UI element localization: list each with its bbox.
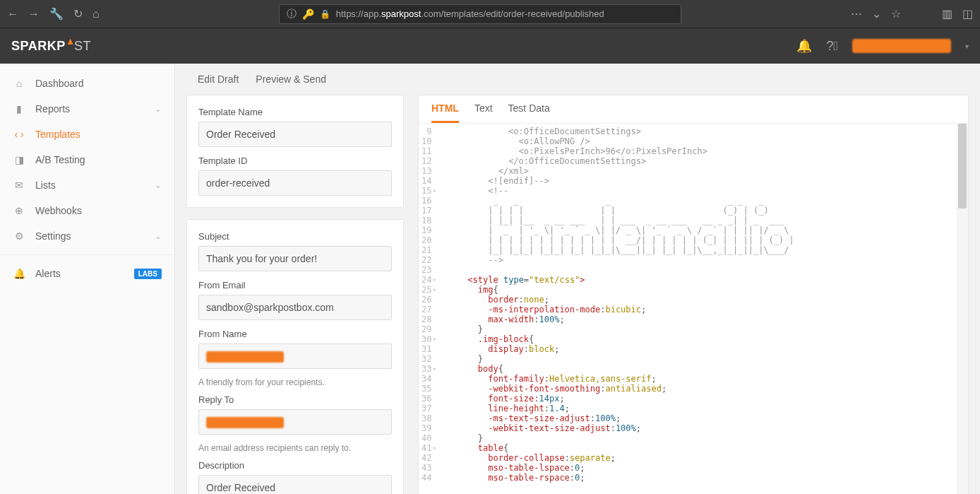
tab-preview-send[interactable]: Preview & Send bbox=[256, 73, 326, 85]
chevron-down-icon[interactable]: ▾ bbox=[965, 42, 969, 50]
sidebar-icon: ⌂ bbox=[13, 78, 25, 89]
template-meta-card: Template Name Order Received Template ID… bbox=[186, 95, 404, 208]
line-gutter: 9101112131415161718192021222324252627282… bbox=[419, 124, 441, 494]
sidebar-icon: ▮ bbox=[13, 103, 25, 114]
reload-icon[interactable]: ↻ bbox=[73, 7, 83, 20]
bell-icon[interactable]: 🔔 bbox=[796, 38, 812, 54]
sidebar: ⌂Dashboard▮Reports⌄‹ ›Templates◨A/B Test… bbox=[0, 64, 175, 494]
input-template-id[interactable]: order-received bbox=[198, 170, 392, 196]
label-description: Description bbox=[198, 460, 392, 471]
help-from-name: A friendly from for your recipients. bbox=[198, 377, 392, 387]
chevron-down-icon: ⌄ bbox=[155, 180, 162, 190]
url-text: https://app.sparkpost.com/templates/edit… bbox=[336, 8, 604, 19]
label-template-name: Template Name bbox=[198, 107, 392, 117]
lock-icon: 🔒 bbox=[320, 9, 330, 19]
sidebar-icon: ⚙ bbox=[13, 230, 25, 242]
bell-icon: 🔔 bbox=[13, 268, 25, 279]
input-template-name[interactable]: Order Received bbox=[198, 122, 392, 147]
form-column: Template Name Order Received Template ID… bbox=[186, 95, 404, 494]
sidebar-item-label: Settings bbox=[35, 230, 71, 242]
tab-edit-draft[interactable]: Edit Draft bbox=[198, 73, 239, 85]
code-content[interactable]: <o:OfficeDocumentSettings> <o:AllowPNG /… bbox=[441, 124, 957, 494]
sidebar-item-label: Templates bbox=[35, 129, 80, 140]
url-bar[interactable]: ⓘ 🔑 🔒 https://app.sparkpost.com/template… bbox=[279, 4, 681, 24]
sidebar-item-alerts[interactable]: 🔔 Alerts LABS bbox=[0, 261, 174, 286]
code-editor-card: HTML Text Test Data 91011121314151617181… bbox=[418, 95, 969, 494]
info-icon[interactable]: ⓘ bbox=[287, 8, 297, 20]
help-icon[interactable]: ?⃝ bbox=[826, 39, 838, 54]
code-tab-text[interactable]: Text bbox=[474, 102, 493, 123]
sidebar-icon: ✉ bbox=[13, 180, 25, 191]
label-reply-to: Reply To bbox=[198, 394, 392, 405]
code-tab-test-data[interactable]: Test Data bbox=[508, 102, 550, 123]
more-icon[interactable]: ⋯ bbox=[851, 7, 862, 20]
input-from-name[interactable] bbox=[198, 343, 392, 369]
input-description[interactable]: Order Received bbox=[198, 475, 392, 494]
input-reply-to[interactable] bbox=[198, 409, 392, 435]
logo[interactable]: SPARKP▲ST bbox=[11, 39, 91, 54]
sidebar-item-reports[interactable]: ▮Reports⌄ bbox=[0, 96, 174, 122]
browser-chrome: ← → 🔧 ↻ ⌂ ⓘ 🔑 🔒 https://app.sparkpost.co… bbox=[0, 0, 980, 28]
labs-badge: LABS bbox=[134, 269, 162, 279]
sidebar-icon: ‹ › bbox=[13, 129, 25, 140]
template-details-card: Subject Thank you for your order! From E… bbox=[186, 219, 404, 494]
wrench-icon[interactable]: 🔧 bbox=[49, 7, 64, 20]
sidebar-item-dashboard[interactable]: ⌂Dashboard bbox=[0, 71, 174, 96]
sidebar-item-label: Lists bbox=[35, 180, 56, 191]
browser-right: ⋯ ⌄ ☆ ▥ ◫ bbox=[851, 7, 973, 20]
library-icon[interactable]: ▥ bbox=[942, 7, 952, 20]
chevron-down-icon: ⌄ bbox=[155, 104, 162, 114]
app-header: SPARKP▲ST 🔔 ?⃝ ▾ bbox=[0, 28, 980, 64]
sidebar-item-templates[interactable]: ‹ ›Templates bbox=[0, 122, 174, 147]
page-tabs: Edit Draft Preview & Send bbox=[175, 64, 980, 95]
sidebar-item-label: Reports bbox=[35, 103, 70, 114]
code-editor[interactable]: 9101112131415161718192021222324252627282… bbox=[419, 124, 968, 494]
main-content: Edit Draft Preview & Send Template Name … bbox=[175, 64, 980, 494]
label-template-id: Template ID bbox=[198, 155, 392, 166]
scrollbar-thumb[interactable] bbox=[958, 124, 967, 208]
back-icon[interactable]: ← bbox=[7, 8, 18, 20]
sidebar-item-settings[interactable]: ⚙Settings⌄ bbox=[0, 223, 174, 249]
sidebar-item-label: Webhooks bbox=[35, 205, 82, 216]
sidebar-item-lists[interactable]: ✉Lists⌄ bbox=[0, 172, 174, 198]
pocket-icon[interactable]: ⌄ bbox=[872, 7, 881, 20]
browser-nav: ← → 🔧 ↻ ⌂ bbox=[7, 7, 100, 20]
forward-icon[interactable]: → bbox=[28, 8, 40, 20]
sidebar-icon: ◨ bbox=[13, 154, 25, 165]
home-icon[interactable]: ⌂ bbox=[92, 8, 100, 20]
code-tab-html[interactable]: HTML bbox=[431, 102, 459, 123]
sidebar-icon[interactable]: ◫ bbox=[962, 7, 973, 20]
sidebar-icon: ⊕ bbox=[13, 205, 25, 216]
chevron-down-icon: ⌄ bbox=[155, 231, 162, 241]
sidebar-item-label: Alerts bbox=[35, 268, 61, 279]
scrollbar[interactable] bbox=[957, 124, 968, 494]
input-subject[interactable]: Thank you for your order! bbox=[198, 246, 392, 271]
bookmark-icon[interactable]: ☆ bbox=[891, 7, 901, 20]
label-subject: Subject bbox=[198, 231, 392, 242]
help-reply-to: An email address recipients can reply to… bbox=[198, 443, 392, 453]
sidebar-item-webhooks[interactable]: ⊕Webhooks bbox=[0, 198, 174, 223]
code-tabs: HTML Text Test Data bbox=[419, 95, 968, 124]
user-menu[interactable] bbox=[852, 39, 951, 53]
key-icon[interactable]: 🔑 bbox=[302, 8, 314, 20]
sidebar-item-a-b-testing[interactable]: ◨A/B Testing bbox=[0, 147, 174, 172]
label-from-name: From Name bbox=[198, 329, 392, 339]
sidebar-item-label: Dashboard bbox=[35, 78, 84, 89]
input-from-email[interactable]: sandbox@sparkpostbox.com bbox=[198, 295, 392, 320]
sidebar-item-label: A/B Testing bbox=[35, 154, 85, 165]
label-from-email: From Email bbox=[198, 280, 392, 290]
